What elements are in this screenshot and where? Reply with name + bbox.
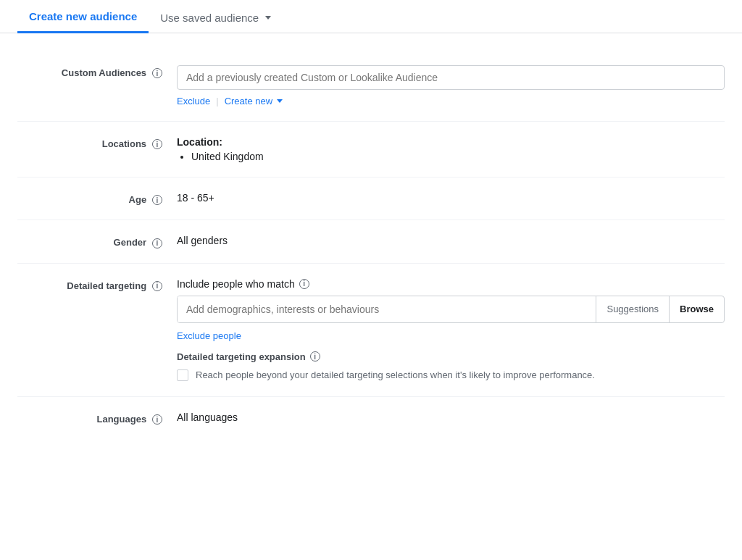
exclude-people-link[interactable]: Exclude people [177,330,241,341]
gender-value-col: All genders [177,235,725,246]
expansion-title-text: Detailed targeting expansion [177,351,306,362]
languages-label: Languages [96,414,146,425]
tab-saved-audience[interactable]: Use saved audience [149,1,283,33]
audience-links: Exclude | Create new [177,96,725,106]
detailed-targeting-label: Detailed targeting [67,280,146,291]
location-heading: Location: [177,136,725,148]
languages-row: Languages i All languages [17,397,725,439]
custom-audiences-info-icon[interactable]: i [152,68,162,78]
create-new-chevron-icon [277,99,283,103]
expansion-title: Detailed targeting expansion i [177,351,725,362]
age-info-icon[interactable]: i [152,195,162,205]
saved-audience-label: Use saved audience [160,12,259,24]
create-new-label: Create new [225,96,272,106]
saved-audience-chevron-icon [265,16,271,20]
age-row: Age i 18 - 65+ [17,177,725,220]
gender-row: Gender i All genders [17,220,725,263]
detailed-targeting-info-icon[interactable]: i [152,281,162,291]
form-content: Custom Audiences i Exclude | Create new … [0,33,742,456]
include-info-icon[interactable]: i [299,279,309,289]
expansion-checkbox-row: Reach people beyond your detailed target… [177,368,725,383]
locations-value-col: Location: United Kingdom [177,136,725,162]
include-label: Include people who match i [177,278,725,290]
links-divider: | [216,96,218,106]
languages-label-col: Languages i [17,411,177,425]
expansion-info-icon[interactable]: i [310,351,320,362]
gender-value: All genders [177,233,228,246]
expansion-checkbox[interactable] [177,369,188,381]
age-label-col: Age i [17,192,177,205]
targeting-input[interactable] [178,296,596,322]
languages-value: All languages [177,410,238,423]
suggestions-button[interactable]: Suggestions [596,296,669,322]
location-item: United Kingdom [191,151,725,162]
languages-value-col: All languages [177,411,725,423]
custom-audiences-row: Custom Audiences i Exclude | Create new [17,51,725,122]
age-value: 18 - 65+ [177,191,214,204]
custom-audiences-value-col: Exclude | Create new [177,65,725,106]
gender-info-icon[interactable]: i [152,238,162,248]
locations-label: Locations [102,138,146,149]
page-container: Create new audience Use saved audience C… [0,0,742,456]
create-new-link[interactable]: Create new [225,96,283,106]
exclude-link[interactable]: Exclude [177,96,210,106]
custom-audiences-label: Custom Audiences [62,67,146,78]
languages-info-icon[interactable]: i [152,414,162,425]
age-value-col: 18 - 65+ [177,192,725,204]
gender-label: Gender [114,237,147,248]
tabs-bar: Create new audience Use saved audience [0,0,742,33]
detailed-targeting-value-col: Include people who match i Suggestions B… [177,278,725,383]
locations-row: Locations i Location: United Kingdom [17,122,725,177]
detailed-targeting-row: Detailed targeting i Include people who … [17,264,725,398]
expansion-section: Detailed targeting expansion i Reach peo… [177,351,725,383]
custom-audiences-input[interactable] [177,65,725,90]
include-label-text: Include people who match [177,278,295,290]
browse-button[interactable]: Browse [669,296,724,322]
expansion-description: Reach people beyond your detailed target… [196,368,595,383]
location-list: United Kingdom [191,151,725,162]
locations-label-col: Locations i [17,136,177,149]
age-label: Age [129,194,147,205]
custom-audiences-label-col: Custom Audiences i [17,65,177,78]
locations-info-icon[interactable]: i [152,139,162,149]
detailed-targeting-label-col: Detailed targeting i [17,278,177,291]
targeting-input-wrapper: Suggestions Browse [177,296,725,323]
tab-create-new[interactable]: Create new audience [17,0,149,33]
gender-label-col: Gender i [17,235,177,248]
